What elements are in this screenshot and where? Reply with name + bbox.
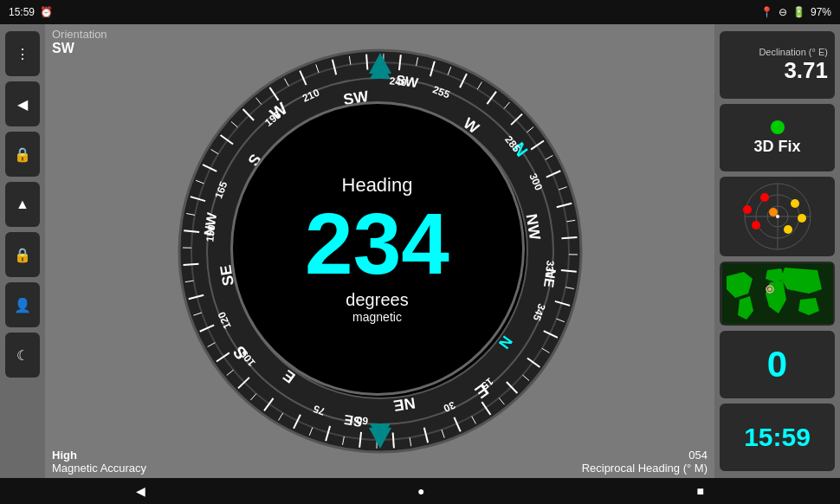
speed-value: 0 — [767, 344, 787, 385]
share-button[interactable]: ◀ — [5, 81, 40, 126]
svg-point-20 — [791, 199, 799, 208]
time-card: 15:59 — [720, 404, 835, 471]
menu-button[interactable]: ⋮ — [5, 31, 40, 76]
bottom-info: High Magnetic Accuracy — [52, 449, 146, 475]
svg-point-19 — [760, 193, 769, 202]
lock2-button[interactable]: 🔒 — [5, 232, 40, 277]
orientation-title: Orientation — [52, 28, 107, 41]
compass-wrapper: N S E W NE NW SE SW — [177, 48, 584, 455]
accuracy-description: Magnetic Accuracy — [52, 462, 146, 475]
worldmap-svg — [722, 263, 833, 324]
back-button[interactable]: ◀ — [119, 481, 163, 501]
declination-value: 3.71 — [727, 57, 828, 84]
signal-icon: ⊖ — [779, 6, 787, 18]
orientation-label: Orientation SW — [52, 28, 107, 56]
battery-icon: 🔋 — [792, 6, 805, 18]
svg-point-29 — [768, 288, 772, 291]
alarm-icon: ⏰ — [40, 6, 53, 18]
status-bar-left: 15:59 ⏰ — [9, 6, 53, 18]
svg-point-22 — [784, 225, 792, 234]
status-bar-right: 📍 ⊖ 🔋 97% — [760, 6, 831, 18]
svg-point-24 — [798, 214, 806, 223]
right-panel: Declination (° E) 3.71 3D Fix — [714, 24, 840, 478]
reciprocal-value: 054 — [582, 449, 708, 462]
home-button[interactable]: ● — [400, 481, 442, 501]
svg-point-21 — [752, 221, 760, 229]
svg-point-26 — [776, 215, 779, 218]
fix-dot — [771, 120, 785, 134]
fix-card[interactable]: 3D Fix — [720, 104, 835, 171]
status-time: 15:59 — [9, 6, 35, 18]
satellite-svg — [726, 182, 830, 251]
lock1-button[interactable]: 🔒 — [5, 132, 40, 177]
heading-value: 234 — [305, 200, 449, 287]
bottom-nav: ◀ ● ■ — [0, 478, 840, 504]
declination-card: Declination (° E) 3.71 — [720, 31, 835, 99]
time-display: 15:59 — [744, 423, 811, 452]
person-button[interactable]: 👤 — [5, 282, 40, 327]
navigate-button[interactable]: ▲ — [5, 182, 40, 227]
reciprocal-info: 054 Reciprocal Heading (° M) — [582, 449, 708, 475]
recent-button[interactable]: ■ — [680, 481, 721, 501]
heading-label: Heading — [342, 174, 413, 197]
worldmap-card[interactable] — [720, 262, 835, 326]
night-button[interactable]: ☾ — [5, 333, 40, 378]
svg-point-23 — [769, 208, 778, 216]
compass-inner: Heading 234 degrees magnetic — [230, 101, 525, 396]
declination-label: Declination (° E) — [727, 47, 828, 57]
accuracy-level: High — [52, 449, 146, 462]
center-area: Orientation SW N — [45, 24, 714, 478]
speed-card: 0 — [720, 331, 835, 398]
fix-label: 3D Fix — [753, 138, 800, 156]
magnetic-label: magnetic — [352, 310, 402, 324]
left-sidebar: ⋮ ◀ 🔒 ▲ 🔒 👤 ☾ — [0, 24, 45, 478]
orientation-direction: SW — [52, 41, 107, 56]
reciprocal-label: Reciprocal Heading (° M) — [582, 462, 708, 475]
degrees-label: degrees — [346, 290, 408, 310]
location-icon: 📍 — [760, 6, 773, 18]
svg-point-25 — [743, 205, 752, 214]
main-container: ⋮ ◀ 🔒 ▲ 🔒 👤 ☾ Orientation SW — [0, 24, 840, 478]
satellite-card[interactable] — [720, 177, 835, 256]
battery-percent: 97% — [811, 6, 831, 18]
status-bar: 15:59 ⏰ 📍 ⊖ 🔋 97% — [0, 0, 840, 24]
